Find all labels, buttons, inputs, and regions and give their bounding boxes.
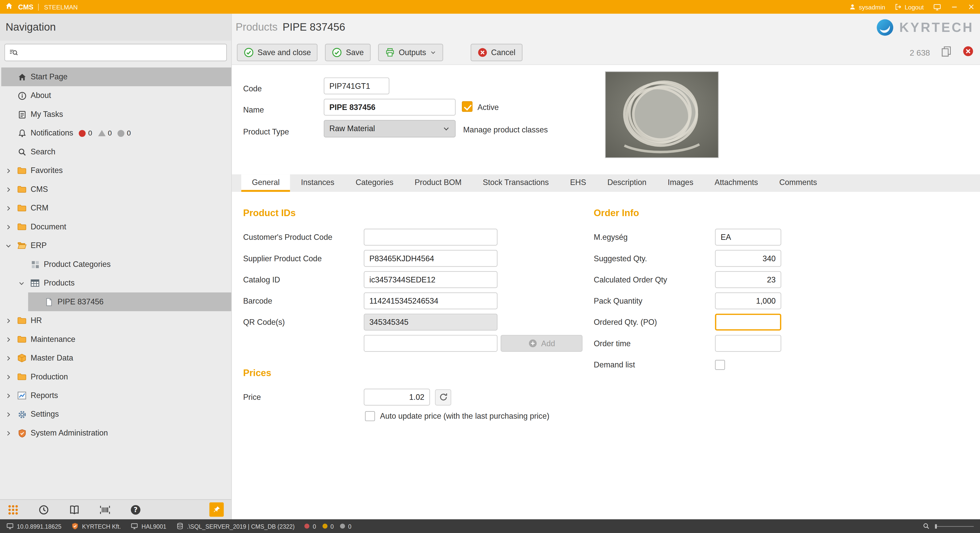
close-circle-icon: [963, 46, 974, 57]
refresh-price-button[interactable]: [435, 389, 451, 405]
warning-counter: 0: [331, 523, 334, 530]
sidebar-search-input[interactable]: [22, 48, 223, 57]
manage-product-classes-link[interactable]: Manage product classes: [463, 126, 548, 134]
tab-general[interactable]: General: [241, 174, 290, 192]
user-menu[interactable]: sysadmin: [849, 3, 885, 10]
warning-dot: [322, 523, 328, 529]
sidebar-item-products[interactable]: Products: [14, 274, 231, 293]
chevron-right-icon[interactable]: [1, 373, 15, 380]
chevron-down-icon[interactable]: [1, 242, 15, 249]
chevron-right-icon[interactable]: [1, 392, 15, 399]
qr-code-input[interactable]: [364, 313, 497, 330]
chevron-right-icon[interactable]: [1, 167, 15, 174]
chevron-right-icon[interactable]: [1, 205, 15, 212]
duplicate-view-button[interactable]: [941, 46, 952, 59]
supplier-product-code-input[interactable]: [364, 250, 497, 267]
sidebar-item-system-administration[interactable]: System Administration: [1, 423, 231, 442]
new-qr-code-input[interactable]: [364, 335, 497, 352]
sidebar-dock: [0, 499, 231, 519]
navigation-sidebar: Navigation Start Page About: [0, 14, 232, 519]
tab-product-bom[interactable]: Product BOM: [404, 174, 472, 192]
search-icon: [15, 147, 29, 157]
sidebar-item-start-page[interactable]: Start Page: [1, 67, 231, 86]
zoom-slider-handle[interactable]: [935, 524, 937, 528]
monitor-icon: [131, 522, 138, 530]
tab-stock-transactions[interactable]: Stock Transactions: [472, 174, 559, 192]
monitor-icon: [933, 3, 941, 11]
sidebar-item-my-tasks[interactable]: My Tasks: [1, 105, 231, 124]
error-badge: [79, 130, 86, 137]
chevron-right-icon[interactable]: [1, 430, 15, 436]
info-dot: [340, 523, 345, 529]
add-qr-code-button[interactable]: Add: [501, 335, 583, 352]
folder-icon: [15, 203, 29, 213]
sidebar-item-product-categories[interactable]: Product Categories: [14, 255, 231, 274]
save-and-close-button[interactable]: Save and close: [237, 44, 318, 61]
product-type-select[interactable]: Raw Material: [324, 120, 456, 137]
sidebar-item-favorites[interactable]: Favorites: [1, 161, 231, 180]
tab-images[interactable]: Images: [657, 174, 704, 192]
demand-list-checkbox[interactable]: [715, 360, 725, 369]
sidebar-item-notifications[interactable]: Notifications 0 0 0: [1, 124, 231, 142]
close-view-button[interactable]: [963, 46, 974, 59]
cancel-button[interactable]: Cancel: [471, 44, 522, 61]
tab-description[interactable]: Description: [597, 174, 657, 192]
minimize-button[interactable]: [951, 3, 958, 10]
save-button[interactable]: Save: [325, 44, 371, 61]
catalog-id-input[interactable]: [364, 271, 497, 288]
sidebar-item-search[interactable]: Search: [1, 142, 231, 161]
sidebar-item-maintenance[interactable]: Maintenance: [1, 330, 231, 348]
zoom-slider[interactable]: [935, 526, 974, 527]
remote-session-button[interactable]: [933, 3, 941, 11]
help-button[interactable]: [130, 504, 141, 515]
unit-input[interactable]: [715, 229, 781, 245]
auto-update-price-checkbox[interactable]: [365, 411, 375, 421]
price-input[interactable]: [364, 388, 430, 406]
sidebar-item-master-data[interactable]: Master Data: [1, 349, 231, 368]
sidebar-item-settings[interactable]: Settings: [1, 405, 231, 423]
chevron-right-icon[interactable]: [1, 223, 15, 231]
barcode-input[interactable]: [364, 293, 497, 309]
logout-button[interactable]: Logout: [894, 3, 924, 10]
sidebar-item-erp[interactable]: ERP: [1, 236, 231, 255]
demand-list-label: Demand list: [594, 360, 715, 369]
pin-sidebar-button[interactable]: [209, 503, 224, 517]
info-icon: [15, 91, 29, 100]
tab-instances[interactable]: Instances: [290, 174, 345, 192]
tab-attachments[interactable]: Attachments: [704, 174, 768, 192]
active-checkbox[interactable]: [462, 101, 473, 112]
sidebar-item-crm[interactable]: CRM: [1, 199, 231, 217]
code-input[interactable]: [324, 78, 390, 94]
app-launcher-button[interactable]: [7, 504, 19, 515]
sidebar-item-reports[interactable]: Reports: [1, 386, 231, 405]
tab-categories[interactable]: Categories: [345, 174, 404, 192]
suggested-qty-input[interactable]: [715, 250, 781, 267]
sidebar-item-document[interactable]: Document: [1, 217, 231, 236]
customers-product-code-input[interactable]: [364, 229, 497, 245]
chevron-right-icon[interactable]: [1, 411, 15, 418]
outputs-button[interactable]: Outputs: [378, 44, 443, 61]
chevron-down-icon[interactable]: [14, 280, 28, 286]
close-button[interactable]: [967, 3, 975, 10]
ordered-qty-po-input[interactable]: [715, 313, 781, 330]
sidebar-item-cms[interactable]: CMS: [1, 180, 231, 199]
chevron-right-icon[interactable]: [1, 186, 15, 193]
documentation-button[interactable]: [68, 504, 80, 515]
chevron-right-icon[interactable]: [1, 317, 15, 324]
tab-ehs[interactable]: EHS: [559, 174, 597, 192]
calculated-order-qty-input[interactable]: [715, 271, 781, 288]
sidebar-item-pipe-837456[interactable]: PIPE 837456: [28, 293, 231, 311]
sidebar-item-production[interactable]: Production: [1, 368, 231, 386]
order-time-input[interactable]: [715, 335, 781, 352]
sidebar-item-about[interactable]: About: [1, 86, 231, 105]
person-icon: [849, 3, 856, 10]
barcode-scanner-button[interactable]: [99, 504, 110, 515]
sidebar-item-hr[interactable]: HR: [1, 311, 231, 330]
history-button[interactable]: [38, 504, 49, 515]
chevron-right-icon[interactable]: [1, 336, 15, 343]
home-icon[interactable]: [5, 1, 13, 13]
name-input[interactable]: [324, 99, 456, 116]
tab-comments[interactable]: Comments: [769, 174, 828, 192]
pack-quantity-input[interactable]: [715, 293, 781, 309]
chevron-right-icon[interactable]: [1, 355, 15, 361]
